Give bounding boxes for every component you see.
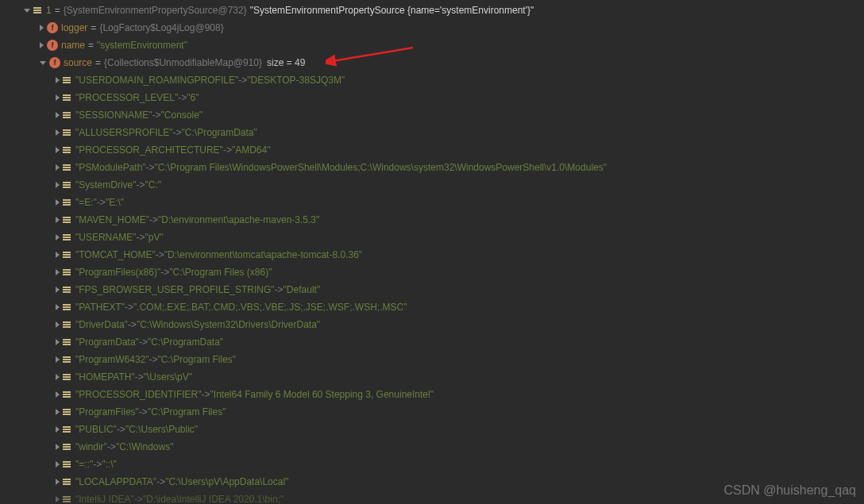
- tree-toggle-icon[interactable]: [56, 164, 60, 171]
- entry-arrow: ->: [156, 249, 164, 260]
- map-entry-row[interactable]: "FPS_BROWSER_USER_PROFILE_STRING" -> "De…: [0, 281, 864, 298]
- tree-toggle-icon[interactable]: [56, 234, 60, 240]
- tree-toggle-icon[interactable]: [56, 461, 60, 467]
- tree-toggle-icon[interactable]: [56, 496, 60, 502]
- tree-toggle-icon[interactable]: [56, 94, 60, 101]
- map-entry-row[interactable]: "MAVEN_HOME" -> "D:\environment\apache-m…: [0, 211, 864, 229]
- map-entry-row[interactable]: "ProgramFiles(x86)" -> "C:\Program Files…: [0, 264, 864, 281]
- equals-sign: =: [88, 40, 94, 51]
- entry-arrow: ->: [137, 179, 145, 190]
- map-entry-row[interactable]: "HOMEPATH" -> "\Users\pV": [0, 368, 864, 386]
- tree-toggle-icon[interactable]: [56, 339, 60, 345]
- map-entry-icon: [63, 391, 72, 398]
- entry-key: "USERDOMAIN_ROAMINGPROFILE": [75, 75, 238, 86]
- tree-toggle-icon[interactable]: [56, 374, 60, 380]
- map-entry-row[interactable]: "PROCESSOR_LEVEL" -> "6": [0, 89, 864, 106]
- map-entry-row[interactable]: "ALLUSERSPROFILE" -> "C:\ProgramData": [0, 124, 864, 141]
- entry-arrow: ->: [93, 459, 102, 470]
- field-icon: f: [47, 22, 58, 33]
- entry-arrow: ->: [160, 267, 169, 278]
- tree-toggle-icon[interactable]: [56, 129, 60, 136]
- tree-toggle-icon[interactable]: [56, 252, 60, 258]
- tree-toggle-icon[interactable]: [56, 182, 60, 188]
- map-entry-row[interactable]: "USERNAME" -> "pV": [0, 229, 864, 246]
- map-size: size = 49: [267, 57, 305, 68]
- tree-root-row[interactable]: 1 = {SystemEnvironmentPropertySource@732…: [0, 2, 864, 19]
- tree-field-row[interactable]: f source = {Collections$UnmodifiableMap@…: [0, 54, 864, 71]
- entry-arrow: ->: [117, 424, 125, 435]
- map-entry-icon: [63, 287, 72, 293]
- map-entry-row[interactable]: "windir" -> "C:\Windows": [0, 438, 864, 456]
- entry-arrow: ->: [178, 92, 187, 103]
- map-entry-row[interactable]: "SESSIONNAME" -> "Console": [0, 106, 864, 124]
- tree-field-row[interactable]: f logger = {LogFactory$Log4jLog@908}: [0, 19, 864, 37]
- tree-toggle-icon[interactable]: [56, 444, 60, 450]
- entry-arrow: ->: [238, 75, 247, 86]
- tree-toggle-icon[interactable]: [56, 409, 60, 415]
- tree-toggle-icon[interactable]: [56, 199, 60, 206]
- tree-toggle-icon[interactable]: [40, 42, 44, 48]
- entry-key: "ALLUSERSPROFILE": [75, 127, 173, 138]
- entry-key: "PSModulePath": [75, 162, 146, 173]
- field-value: {Collections$UnmodifiableMap@910}: [104, 57, 262, 68]
- map-entry-row[interactable]: "PROCESSOR_IDENTIFIER" -> "Intel64 Famil…: [0, 386, 864, 403]
- tree-toggle-icon[interactable]: [56, 287, 60, 293]
- map-entry-row[interactable]: "PROCESSOR_ARCHITECTURE" -> "AMD64": [0, 141, 864, 159]
- entry-key: "windir": [75, 441, 107, 452]
- tree-toggle-icon[interactable]: [40, 25, 44, 31]
- map-entry-icon: [63, 304, 72, 310]
- map-entry-row[interactable]: "=::" -> "::\": [0, 456, 864, 473]
- tree-toggle-icon[interactable]: [24, 9, 30, 13]
- entry-value: "E:\": [106, 197, 124, 208]
- debugger-variables-tree: 1 = {SystemEnvironmentPropertySource@732…: [0, 0, 864, 504]
- map-entry-row[interactable]: "ProgramData" -> "C:\ProgramData": [0, 333, 864, 351]
- map-entry-row[interactable]: "ProgramW6432" -> "C:\Program Files": [0, 351, 864, 368]
- entry-key: "LOCALAPPDATA": [75, 476, 156, 487]
- entry-arrow: ->: [156, 476, 165, 487]
- map-entry-row[interactable]: "USERDOMAIN_ROAMINGPROFILE" -> "DESKTOP-…: [0, 71, 864, 89]
- field-name: logger: [61, 22, 87, 33]
- tree-toggle-icon[interactable]: [56, 426, 60, 433]
- map-entry-icon: [63, 356, 72, 363]
- map-entry-icon: [63, 461, 72, 467]
- entry-value: "Console": [161, 110, 203, 121]
- tree-toggle-icon[interactable]: [56, 321, 60, 328]
- map-entry-row[interactable]: "=E:" -> "E:\": [0, 194, 864, 211]
- tree-toggle-icon[interactable]: [56, 147, 60, 153]
- tostring-value: "SystemEnvironmentPropertySource {name='…: [250, 5, 534, 16]
- tree-toggle-icon[interactable]: [40, 61, 46, 65]
- map-entry-icon: [63, 217, 72, 223]
- map-entry-row[interactable]: "DriverData" -> "C:\Windows\System32\Dri…: [0, 316, 864, 333]
- map-entry-row[interactable]: "PATHEXT" -> ".COM;.EXE;.BAT;.CMD;.VBS;.…: [0, 298, 864, 316]
- tree-toggle-icon[interactable]: [56, 217, 60, 223]
- entry-key: "ProgramData": [75, 337, 139, 348]
- map-entry-icon: [63, 234, 72, 240]
- map-entry-row[interactable]: "ProgramFiles" -> "C:\Program Files": [0, 403, 864, 421]
- map-entry-icon: [63, 147, 72, 153]
- tree-toggle-icon[interactable]: [56, 112, 60, 118]
- entry-key: "ProgramFiles": [75, 406, 139, 417]
- entry-value: "DESKTOP-38SJQ3M": [247, 75, 345, 86]
- entry-value: "C:": [145, 179, 162, 190]
- entry-value: "C:\Users\pV\AppData\Local": [165, 476, 288, 487]
- entry-value: "C:\Windows\System32\Drivers\DriverData": [137, 319, 320, 330]
- entry-value: "D:\environment\apache-maven-3.5.3": [158, 214, 319, 225]
- tree-toggle-icon[interactable]: [56, 391, 60, 398]
- entry-value: ".COM;.EXE;.BAT;.CMD;.VBS;.VBE;.JS;.JSE;…: [133, 302, 407, 313]
- tree-toggle-icon[interactable]: [56, 269, 60, 275]
- entry-key: "PATHEXT": [75, 302, 125, 313]
- entry-value: "AMD64": [232, 144, 271, 156]
- entry-arrow: ->: [135, 371, 144, 383]
- tree-field-row[interactable]: f name = "systemEnvironment": [0, 37, 864, 54]
- entry-key: "PROCESSOR_ARCHITECTURE": [75, 144, 223, 156]
- var-index: 1: [46, 5, 52, 16]
- tree-toggle-icon[interactable]: [56, 77, 60, 83]
- field-value: {LogFactory$Log4jLog@908}: [99, 22, 223, 33]
- tree-toggle-icon[interactable]: [56, 479, 60, 485]
- map-entry-row[interactable]: "TOMCAT_HOME" -> "D:\environment\tomcat\…: [0, 246, 864, 264]
- map-entry-row[interactable]: "PUBLIC" -> "C:\Users\Public": [0, 421, 864, 438]
- tree-toggle-icon[interactable]: [56, 356, 60, 363]
- tree-toggle-icon[interactable]: [56, 304, 60, 310]
- map-entry-row[interactable]: "PSModulePath" -> "C:\Program Files\Wind…: [0, 159, 864, 176]
- map-entry-row[interactable]: "SystemDrive" -> "C:": [0, 176, 864, 194]
